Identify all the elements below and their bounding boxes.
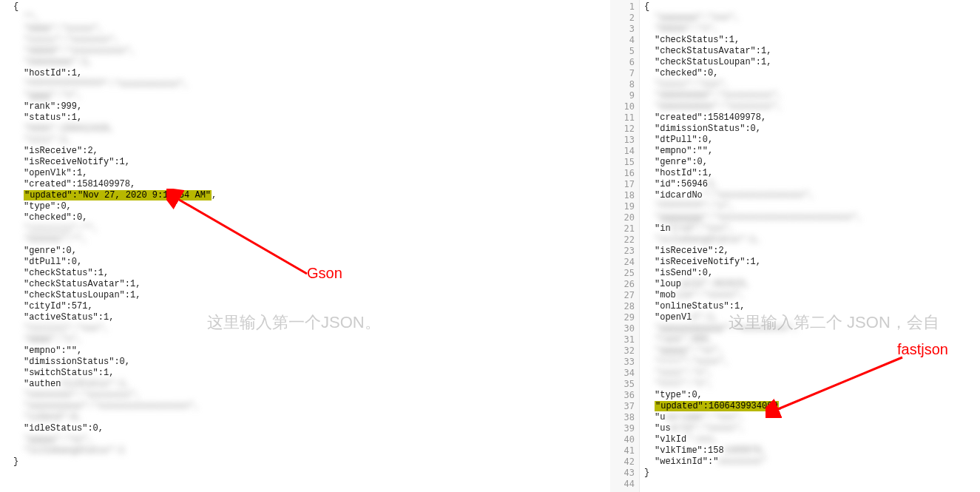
line-number: 28 xyxy=(610,301,635,312)
line-number: 26 xyxy=(610,279,635,290)
json-line: "isReceiveNotify":1, xyxy=(644,257,980,268)
line-number: 31 xyxy=(610,334,635,346)
blank-line xyxy=(644,479,980,490)
line-number: 19 xyxy=(610,201,635,212)
json-line: "ddddddddd":"xxxxxxxxx", xyxy=(644,90,980,101)
line-number: 30 xyxy=(610,323,635,334)
line-number: 24 xyxy=(610,257,635,268)
json-line: "switchStatus":1, xyxy=(13,368,606,379)
left-code-content[interactable]: { "","bbbb":"xxxxx","ccccc":"xxxxxxx","d… xyxy=(0,0,606,468)
json-line: "openVlk":1, xyxy=(644,312,980,323)
json-line: "loupanId":462625, xyxy=(644,279,980,290)
json-line: "ffffffffffffff":"xxxxxxxxxxx", xyxy=(13,79,606,90)
json-line: "aaaaaaa":"xxx", xyxy=(644,13,980,24)
json-brace-close: } xyxy=(644,468,980,479)
json-line: "ccccc":"xxx", xyxy=(644,79,980,90)
json-line: "checkStatus":1, xyxy=(13,268,606,279)
json-line: "id":569462, xyxy=(644,179,980,190)
line-number: 17 xyxy=(610,179,635,190)
json-line: "isReceiveNotify":1, xyxy=(13,157,606,168)
json-line: "checked":0, xyxy=(13,212,606,223)
json-line: "checkStatusAvatar":1, xyxy=(644,46,980,57)
json-line: "isReceive":2, xyxy=(13,146,606,157)
line-number: 41 xyxy=(610,445,635,456)
json-line: "hostId":1, xyxy=(644,168,980,179)
json-line: "mobile":"xxxxx", xyxy=(644,290,980,301)
line-number: 25 xyxy=(610,268,635,279)
json-line: "isReceive":2, xyxy=(644,246,980,257)
line-number: 43 xyxy=(610,468,635,479)
json-line: "gggg":"x", xyxy=(13,90,606,101)
json-line: "rank":999, xyxy=(644,334,980,346)
json-line: "genre":0, xyxy=(13,246,606,257)
json-line: "genre":0, xyxy=(644,157,980,168)
json-line: "isSend":0, xyxy=(13,412,606,423)
json-line: "onlineStatus":1, xyxy=(644,301,980,312)
json-line: "openVlk":1, xyxy=(13,168,606,179)
line-number: 11 xyxy=(610,112,635,124)
line-number: 20 xyxy=(610,212,635,223)
json-line: "rank":999, xyxy=(13,101,606,112)
line-number: 40 xyxy=(610,434,635,445)
json-line: "checkStatusLoupan":1, xyxy=(13,290,606,301)
json-line: "rrrr":"xxxx", xyxy=(644,357,980,368)
json-line: "checkStatusAvatar":1, xyxy=(13,279,606,290)
json-line: "created":1581409978, xyxy=(13,179,606,190)
line-number: 39 xyxy=(610,423,635,434)
line-number: 33 xyxy=(610,357,635,368)
json-line: "updated":"Nov 27, 2020 9:18:54 AM", xyxy=(13,190,606,201)
json-line: "nnnnnnnn":"xxxxxxxx", xyxy=(13,390,606,401)
json-line: "dtPull":0, xyxy=(13,257,606,268)
json-line: "weixinId":"xxxxxxxx" xyxy=(644,456,980,468)
line-number: 27 xyxy=(610,290,635,301)
line-number: 5 xyxy=(610,46,635,57)
json-line: "eeeeeeeeee":"xxxxxxxx", xyxy=(644,101,980,112)
json-line: "idcardNo":"xxxxxxxxxxxxxxxx", xyxy=(644,190,980,201)
json-line: "bbbb":"xxxxx", xyxy=(13,24,606,35)
json-line: "username":"xxx", xyxy=(644,412,980,423)
json-line: "ccccc":"xxxxxxx", xyxy=(13,35,606,46)
line-number: 42 xyxy=(610,456,635,468)
json-line: "isSend":0, xyxy=(644,268,980,279)
line-number: 21 xyxy=(610,223,635,235)
json-line: "dtPull":0, xyxy=(644,135,980,146)
json-line: "checkStatusLoupan":1, xyxy=(644,57,980,68)
line-number: 32 xyxy=(610,346,635,357)
json-line: "updated":1606439934000, xyxy=(644,401,980,412)
line-number: 13 xyxy=(610,135,635,146)
json-line: "idleStatus":0, xyxy=(13,423,606,434)
json-line: "empno":"", xyxy=(13,346,606,357)
line-number: 6 xyxy=(610,57,635,68)
line-number: 12 xyxy=(610,124,635,135)
json-line: "pppppppppppp":"xxxxxxxxx", xyxy=(644,323,980,334)
json-line: "oooooooooo":"xxxxxxxxxxxxxxxxx", xyxy=(13,401,606,412)
json-line: "checked":0, xyxy=(644,68,980,79)
json-line: "dimissionStatus":0, xyxy=(13,357,606,368)
json-line: "vlkTime":1581409978, xyxy=(644,445,980,456)
line-number: 23 xyxy=(610,246,635,257)
left-json-editor[interactable]: 这里输入第一个JSON。 { "","bbbb":"xxxxx","ccccc"… xyxy=(0,0,606,492)
right-code-content[interactable]: { "aaaaaaa":"xxx","bbbbb":"x","checkStat… xyxy=(640,0,980,492)
line-number: 9 xyxy=(610,90,635,101)
line-number: 22 xyxy=(610,235,635,246)
json-line: "ssss":"x", xyxy=(644,368,980,379)
right-json-editor[interactable]: 这里输入第二个 JSON，会自 123456789101112131415161… xyxy=(610,0,980,492)
json-line: "checkStatus":1, xyxy=(644,35,980,46)
json-brace-close: } xyxy=(13,456,606,468)
json-line: "bbbbb":"x", xyxy=(644,24,980,35)
json-line: "activeStatus":1, xyxy=(13,312,606,323)
json-line: "qqqqq":"xx", xyxy=(644,346,980,357)
json-line: "eeeeeeee":1, xyxy=(13,57,606,68)
json-line: "tttt":"x", xyxy=(644,379,980,390)
json-line: "type":0, xyxy=(644,390,980,401)
line-number: 18 xyxy=(610,190,635,201)
line-number: 38 xyxy=(610,412,635,423)
line-number: 4 xyxy=(610,35,635,46)
json-line: "lllllll":"xxx", xyxy=(13,323,606,334)
json-line: "introd":"xxx", xyxy=(644,223,980,235)
json-line: "empno":"", xyxy=(644,146,980,157)
json-line: "type":0, xyxy=(13,201,606,212)
json-line: "ffffffff":"x", xyxy=(644,201,980,212)
json-line: "jjjjjjjj":"", xyxy=(13,223,606,235)
json-line: "created":1581409978, xyxy=(644,112,980,124)
